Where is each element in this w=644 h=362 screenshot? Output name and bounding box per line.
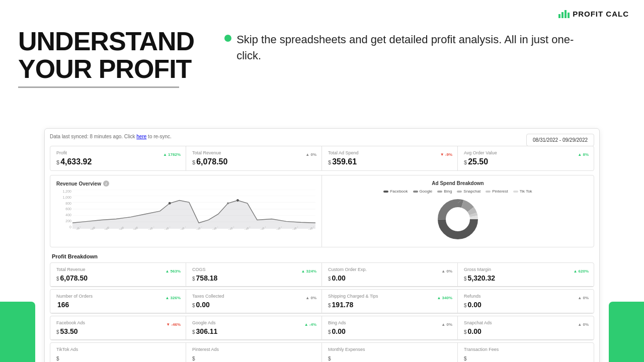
charts-row: Revenue Overview i 1,200 1,000 800 600 4… [50, 175, 594, 247]
profit-breakdown-section: Profit Breakdown Total Revenue $6,078.50… [50, 251, 594, 362]
sync-text: Data last synced: 8 minutes ago. Click h… [50, 134, 594, 139]
hero-title-block: UNDERSTAND YOUR PROFIT [18, 28, 194, 88]
breakdown-card-breakdown-grid-3-1: Google Ads $306.11 ▲ -4% [186, 316, 322, 340]
stat-value-3: $25.50 [464, 157, 588, 166]
stat-label-1: Total Revenue [192, 150, 315, 155]
legend-facebook: Facebook [383, 189, 408, 194]
hero-bullet-icon [224, 35, 231, 42]
svg-point-7 [169, 202, 171, 205]
hero-title: UNDERSTAND YOUR PROFIT [18, 28, 194, 82]
stat-change-1: ▲ 0% [305, 152, 316, 157]
sync-link[interactable]: here [136, 134, 146, 139]
revenue-chart: 1,200 1,000 800 600 400 200 0 [56, 190, 315, 235]
breakdown-card-breakdown-grid-0: Total Revenue $6,078.50 ▲ 563% [50, 263, 186, 287]
hero-desc-text: Skip the spreadsheets and get detailed p… [236, 32, 577, 64]
stat-card-3: Avg Order Value $25.50 ▲ 8% [458, 146, 594, 170]
dashboard-panel: Data last synced: 8 minutes ago. Click h… [44, 128, 600, 362]
legend-snapchat: Snapchat [457, 189, 480, 194]
svg-point-16 [448, 209, 468, 229]
stat-label-0: Profit [56, 150, 180, 155]
breakdown-card-breakdown-grid-2-1: Taxes Collected $0.00 ▲ 0% [186, 290, 322, 313]
date-picker-row: Data last synced: 8 minutes ago. Click h… [50, 134, 594, 144]
stat-value-0: $4,633.92 [56, 157, 180, 166]
hero-underline [18, 86, 179, 88]
stat-value-2: $359.61 [328, 157, 451, 166]
logo-icon [558, 9, 570, 18]
stat-card-1: Total Revenue $6,078.50 ▲ 0% [186, 146, 322, 170]
breakdown-card-breakdown-grid-3: Gross Margin $5,320.32 ▲ 620% [458, 263, 594, 287]
breakdown-card-breakdown-grid-3-0: Facebook Ads $53.50 ▼ -46% [50, 316, 186, 340]
top-stats-row: Profit $4,633.92 ▲ 1782% Total Revenue $… [50, 146, 594, 171]
breakdown-title: Profit Breakdown [50, 251, 594, 262]
breakdown-card-breakdown-grid-4-1: Pinterest Ads $ [186, 343, 322, 362]
legend-bing: Bing [437, 189, 452, 194]
green-left-panel [0, 302, 35, 362]
breakdown-card-breakdown-grid-3-2: Bing Ads $0.00 ▲ 0% [322, 316, 458, 340]
breakdown-card-breakdown-grid-3-3: Snapchat Ads $0.00 ▲ 0% [458, 316, 594, 340]
breakdown-card-breakdown-grid-2-2: Shipping Charged & Tips $191.78 ▲ 340% [322, 290, 458, 313]
logo-area: PROFIT CALC [558, 9, 629, 18]
y-axis-labels: 1,200 1,000 800 600 400 200 0 [56, 190, 71, 229]
breakdown-grid-3: Facebook Ads $53.50 ▼ -46% Google Ads $3… [50, 316, 594, 340]
ad-spend-title: Ad Spend Breakdown [432, 180, 484, 186]
green-right-panel [609, 302, 644, 362]
svg-marker-6 [72, 200, 315, 229]
revenue-chart-panel: Revenue Overview i 1,200 1,000 800 600 4… [50, 175, 322, 247]
ad-legend: Facebook Google Bing Snapchat Pinterest [383, 189, 532, 194]
breakdown-card-breakdown-grid-4-3: Transaction Fees $ [458, 343, 594, 362]
svg-point-9 [227, 202, 229, 204]
stat-card-2: Total Ad Spend $359.61 ▼ -9% [322, 146, 458, 170]
breakdown-card-breakdown-grid-4-0: TikTok Ads $ [50, 343, 186, 362]
x-axis-labels: Aug 31 Sep 2 Sep 4 Sep 6 Sep 8 Sep 10 Se… [72, 227, 315, 230]
date-picker[interactable]: 08/31/2022 - 09/29/2022 [526, 134, 594, 146]
logo-text: PROFIT CALC [573, 10, 629, 18]
breakdown-card-breakdown-grid-4-2: Monthly Expenses $ [322, 343, 458, 362]
stat-change-3: ▲ 8% [578, 152, 589, 157]
breakdown-card-breakdown-grid-2: Custom Order Exp. $0.00 ▲ 0% [322, 263, 458, 287]
legend-tiktok: Tik Tok [513, 189, 532, 194]
hero-section: UNDERSTAND YOUR PROFIT Skip the spreadsh… [18, 28, 626, 88]
chart-svg-area: Aug 31 Sep 2 Sep 4 Sep 6 Sep 8 Sep 10 Se… [72, 190, 315, 229]
stat-label-3: Avg Order Value [464, 150, 588, 155]
legend-pinterest: Pinterest [486, 189, 508, 194]
svg-point-8 [236, 199, 239, 202]
donut-chart [433, 197, 483, 242]
stat-label-2: Total Ad Spend [328, 150, 451, 155]
revenue-chart-title: Revenue Overview i [56, 180, 315, 187]
legend-google: Google [413, 189, 433, 194]
breakdown-card-breakdown-grid-2-0: Number of Orders 166 ▲ 326% [50, 290, 186, 313]
ad-spend-chart-panel: Ad Spend Breakdown Facebook Google Bing [322, 175, 594, 247]
breakdown-card-breakdown-grid-1: COGS $758.18 ▲ 324% [186, 263, 322, 287]
breakdown-grid-4: TikTok Ads $ Pinterest Ads $ Monthly Exp… [50, 342, 594, 362]
stat-value-1: $6,078.50 [192, 157, 315, 166]
breakdown-grid-2: Number of Orders 166 ▲ 326% Taxes Collec… [50, 289, 594, 314]
breakdown-grid: Total Revenue $6,078.50 ▲ 563% COGS $758… [50, 262, 594, 287]
stat-change-0: ▲ 1782% [163, 152, 181, 157]
stat-change-2: ▼ -9% [440, 152, 452, 157]
info-icon: i [103, 180, 109, 187]
stat-card-0: Profit $4,633.92 ▲ 1782% [50, 146, 186, 170]
breakdown-card-breakdown-grid-2-3: Refunds $0.00 ▲ 0% [458, 290, 594, 313]
hero-description: Skip the spreadsheets and get detailed p… [224, 28, 577, 64]
